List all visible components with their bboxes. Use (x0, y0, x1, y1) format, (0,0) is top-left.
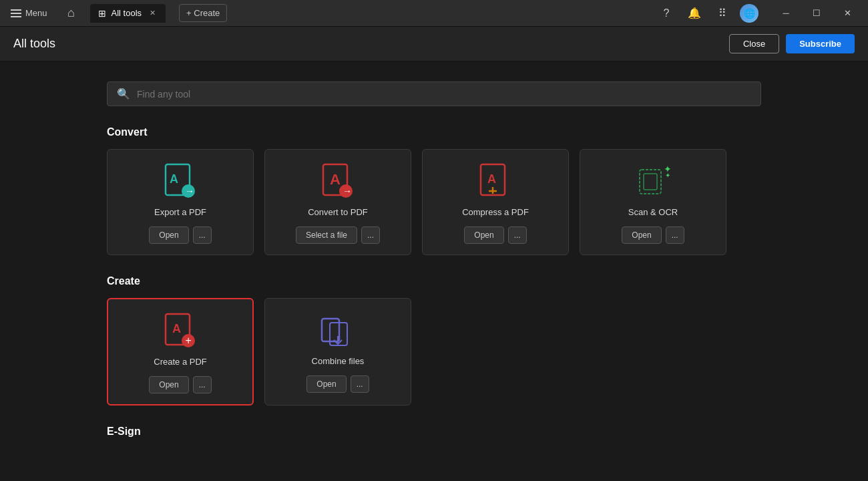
subscribe-button[interactable]: Subscribe (786, 34, 855, 53)
convert-pdf-card[interactable]: A → Convert to PDF Select a file ... (264, 149, 411, 255)
search-box: 🔍 (107, 82, 761, 106)
convert-pdf-icon: A → (319, 163, 357, 200)
create-section-title: Create (107, 275, 761, 287)
titlebar-left: Menu ⌂ ⊞ All tools ✕ + Create (5, 3, 227, 24)
combine-files-icon (319, 312, 357, 349)
compress-pdf-more-button[interactable]: ... (508, 226, 527, 244)
apps-button[interactable]: ⠿ (712, 3, 733, 24)
hamburger-icon (11, 9, 21, 17)
create-tool-grid: A + Create a PDF Open ... (107, 298, 761, 406)
scan-ocr-actions: Open ... (622, 226, 684, 244)
svg-text:→: → (343, 186, 352, 196)
export-pdf-open-button[interactable]: Open (149, 226, 188, 244)
compress-pdf-open-button[interactable]: Open (464, 226, 503, 244)
compress-pdf-card[interactable]: A Compress a PDF Open ... (422, 149, 569, 255)
svg-rect-13 (644, 174, 657, 190)
create-pdf-name: Create a PDF (154, 357, 206, 367)
window-controls: ─ ☐ ✕ (771, 0, 863, 27)
close-button-header[interactable]: Close (729, 34, 779, 53)
convert-pdf-name: Convert to PDF (308, 207, 368, 217)
create-button[interactable]: + Create (179, 4, 227, 22)
all-tools-tab[interactable]: ⊞ All tools ✕ (90, 4, 166, 23)
scan-ocr-name: Scan & OCR (628, 207, 678, 217)
scan-ocr-icon: ✦ ✦ (634, 163, 672, 200)
convert-section: Convert A → Export a PDF Open ... (107, 126, 761, 255)
export-pdf-icon: A → (162, 163, 199, 200)
minimize-button[interactable]: ─ (771, 0, 801, 27)
create-pdf-more-button[interactable]: ... (193, 376, 212, 393)
convert-pdf-more-button[interactable]: ... (361, 226, 380, 244)
create-pdf-actions: Open ... (149, 376, 211, 393)
combine-files-open-button[interactable]: Open (306, 375, 346, 393)
export-pdf-more-button[interactable]: ... (193, 226, 212, 244)
header-actions: Close Subscribe (729, 34, 855, 53)
notifications-button[interactable]: 🔔 (684, 3, 705, 24)
account-button[interactable]: 🌐 (740, 4, 758, 23)
svg-text:A: A (487, 172, 496, 186)
page-title: All tools (13, 37, 729, 51)
maximize-button[interactable]: ☐ (801, 0, 832, 27)
create-pdf-icon: A + (162, 313, 199, 350)
tab-label: All tools (112, 8, 142, 18)
compress-pdf-icon: A (477, 163, 514, 200)
tab-icon: ⊞ (98, 8, 106, 19)
create-pdf-open-button[interactable]: Open (149, 376, 188, 393)
svg-text:A: A (172, 322, 181, 335)
help-button[interactable]: ? (656, 3, 677, 24)
page-header: All tools Close Subscribe (0, 27, 868, 61)
titlebar: Menu ⌂ ⊞ All tools ✕ + Create ? 🔔 ⠿ 🌐 ─ … (0, 0, 868, 27)
scan-ocr-more-button[interactable]: ... (666, 226, 684, 244)
compress-pdf-name: Compress a PDF (462, 207, 529, 217)
svg-text:+: + (186, 335, 192, 346)
tab-close-button[interactable]: ✕ (147, 8, 158, 19)
create-pdf-card[interactable]: A + Create a PDF Open ... (107, 298, 254, 406)
menu-button[interactable]: Menu (5, 5, 53, 21)
svg-text:A: A (330, 171, 341, 188)
combine-files-more-button[interactable]: ... (351, 375, 369, 393)
esign-section: E-Sign (107, 426, 761, 438)
search-icon: 🔍 (117, 88, 130, 100)
scan-ocr-open-button[interactable]: Open (622, 226, 661, 244)
combine-files-card[interactable]: Combine files Open ... (264, 298, 411, 406)
compress-pdf-actions: Open ... (464, 226, 526, 244)
titlebar-right: ? 🔔 ⠿ 🌐 ─ ☐ ✕ (656, 0, 863, 27)
main-content: 🔍 Convert A → Export a PDF Open (0, 61, 868, 481)
search-input[interactable] (137, 89, 751, 100)
export-pdf-card[interactable]: A → Export a PDF Open ... (107, 149, 254, 255)
convert-section-title: Convert (107, 126, 761, 138)
create-button-label: + Create (186, 8, 220, 18)
create-section: Create A + Create a PDF Open ... (107, 275, 761, 406)
svg-text:→: → (185, 186, 194, 196)
esign-section-title: E-Sign (107, 426, 761, 438)
export-pdf-name: Export a PDF (154, 207, 206, 217)
svg-text:✦: ✦ (665, 172, 670, 179)
convert-pdf-actions: Select a file ... (296, 226, 380, 244)
combine-files-name: Combine files (312, 356, 365, 366)
menu-label: Menu (25, 8, 47, 18)
search-wrapper: 🔍 (107, 82, 761, 106)
close-button[interactable]: ✕ (832, 0, 863, 27)
convert-pdf-select-button[interactable]: Select a file (296, 226, 357, 244)
combine-files-actions: Open ... (306, 375, 369, 393)
convert-tool-grid: A → Export a PDF Open ... A (107, 149, 761, 255)
export-pdf-actions: Open ... (149, 226, 211, 244)
scan-ocr-card[interactable]: ✦ ✦ Scan & OCR Open ... (580, 149, 726, 255)
svg-text:A: A (170, 172, 178, 186)
home-button[interactable]: ⌂ (61, 3, 82, 24)
